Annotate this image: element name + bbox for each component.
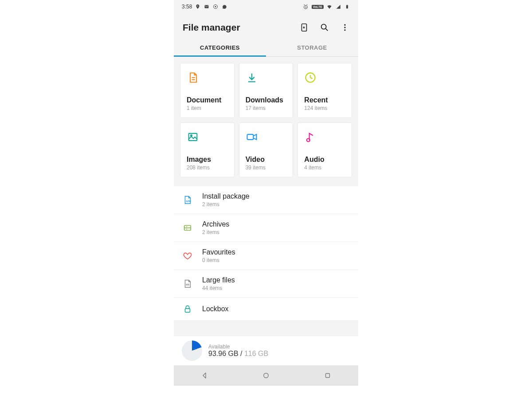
nav-recent-button[interactable] [323, 371, 332, 380]
svg-point-10 [344, 29, 345, 31]
document-icon [187, 71, 200, 85]
svg-point-20 [264, 373, 269, 378]
phone-frame: 3:58 VoLTE [174, 0, 358, 386]
svg-point-7 [321, 24, 326, 29]
card-title: Audio [304, 156, 346, 164]
list-title: Install package [202, 192, 250, 200]
extra-list: APK Install package 2 items Archives 2 i… [174, 186, 358, 320]
svg-point-8 [344, 24, 345, 26]
card-title: Images [187, 156, 229, 164]
location-icon [195, 4, 201, 10]
svg-text:APK: APK [186, 200, 191, 203]
card-title: Document [187, 96, 229, 104]
status-bar: 3:58 VoLTE [174, 0, 358, 13]
card-images[interactable]: Images 208 items [180, 122, 235, 177]
storage-footer[interactable]: Available 93.96 GB / 116 GB [174, 336, 358, 365]
volte-badge: VoLTE [312, 5, 324, 9]
list-title: Favourites [202, 248, 235, 256]
status-time: 3:58 [182, 4, 192, 10]
card-sub: 1 item [187, 105, 229, 111]
lock-icon [183, 304, 192, 314]
speech-icon [221, 4, 227, 10]
clock-icon [304, 71, 317, 85]
battery-icon [344, 4, 350, 10]
list-title: Archives [202, 220, 229, 228]
archive-icon [183, 223, 192, 233]
storage-values: 93.96 GB / 116 GB [208, 350, 268, 358]
svg-point-13 [191, 135, 192, 136]
search-button[interactable] [319, 22, 330, 33]
nav-back-button[interactable] [200, 371, 209, 380]
svg-rect-0 [205, 5, 209, 8]
list-sub: 2 items [202, 201, 250, 207]
list-sub: 0 items [202, 257, 235, 263]
mail-icon [203, 4, 210, 10]
download-icon [246, 71, 259, 85]
storage-label: Available [208, 344, 268, 350]
alarm-icon [303, 4, 309, 10]
list-install-package[interactable]: APK Install package 2 items [174, 186, 358, 214]
tab-storage[interactable]: STORAGE [266, 38, 358, 56]
list-sub: 44 items [202, 285, 235, 291]
list-archives[interactable]: Archives 2 items [174, 214, 358, 242]
card-sub: 39 items [246, 164, 288, 171]
image-icon [187, 131, 200, 144]
apk-icon: APK [183, 195, 192, 205]
tabs: CATEGORIES STORAGE [174, 38, 358, 57]
card-title: Recent [304, 96, 346, 104]
clean-button[interactable] [299, 22, 309, 33]
list-title: Lockbox [202, 305, 229, 313]
cell-icon [335, 4, 341, 10]
list-large-files[interactable]: MB Large files 44 items [174, 270, 358, 298]
wifi-icon [326, 4, 332, 10]
video-icon [246, 131, 259, 144]
nav-home-button[interactable] [262, 371, 270, 380]
list-lockbox[interactable]: Lockbox [174, 298, 358, 320]
audio-icon [304, 131, 317, 144]
card-sub: 17 items [246, 105, 288, 111]
svg-rect-12 [189, 133, 197, 141]
app-title: File manager [183, 22, 299, 33]
card-sub: 4 items [304, 164, 346, 171]
svg-rect-21 [325, 374, 329, 378]
svg-rect-14 [247, 134, 253, 140]
app-header: File manager [174, 13, 358, 38]
card-video[interactable]: Video 39 items [239, 122, 293, 177]
card-title: Downloads [246, 96, 288, 104]
svg-point-9 [344, 27, 345, 28]
list-sub: 2 items [202, 229, 229, 235]
card-recent[interactable]: Recent 124 items [297, 63, 352, 118]
category-grid: Document 1 item Downloads 17 items Recen… [174, 57, 358, 184]
svg-rect-4 [346, 5, 348, 9]
card-title: Video [246, 156, 288, 164]
tab-categories[interactable]: CATEGORIES [174, 38, 266, 56]
heart-icon [183, 251, 192, 261]
chrome-icon [212, 4, 219, 10]
more-button[interactable] [340, 22, 350, 33]
storage-total: 116 GB [244, 350, 268, 357]
card-sub: 124 items [304, 105, 346, 111]
card-document[interactable]: Document 1 item [180, 63, 235, 118]
storage-pie-icon [182, 340, 202, 361]
card-audio[interactable]: Audio 4 items [297, 122, 352, 177]
svg-point-2 [215, 6, 216, 8]
scroll-area[interactable]: Document 1 item Downloads 17 items Recen… [174, 57, 358, 336]
android-nav-bar [174, 365, 358, 386]
card-downloads[interactable]: Downloads 17 items [239, 63, 293, 118]
list-title: Large files [202, 276, 235, 284]
card-sub: 208 items [187, 164, 229, 171]
large-file-icon: MB [183, 279, 192, 289]
storage-sep: / [239, 350, 244, 357]
svg-rect-5 [347, 5, 348, 5]
list-favourites[interactable]: Favourites 0 items [174, 242, 358, 270]
storage-free: 93.96 GB [208, 350, 239, 357]
svg-text:MB: MB [186, 283, 189, 286]
svg-rect-19 [185, 309, 190, 312]
